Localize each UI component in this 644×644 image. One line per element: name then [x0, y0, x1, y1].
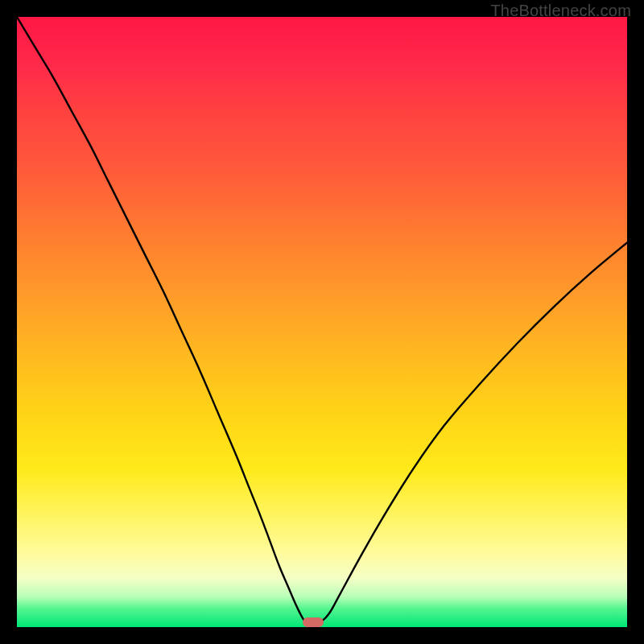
- bottleneck-curve: [17, 17, 627, 627]
- optimal-point-marker: [303, 617, 324, 627]
- plot-area: [17, 17, 627, 627]
- chart-frame: TheBottleneck.com: [0, 0, 644, 644]
